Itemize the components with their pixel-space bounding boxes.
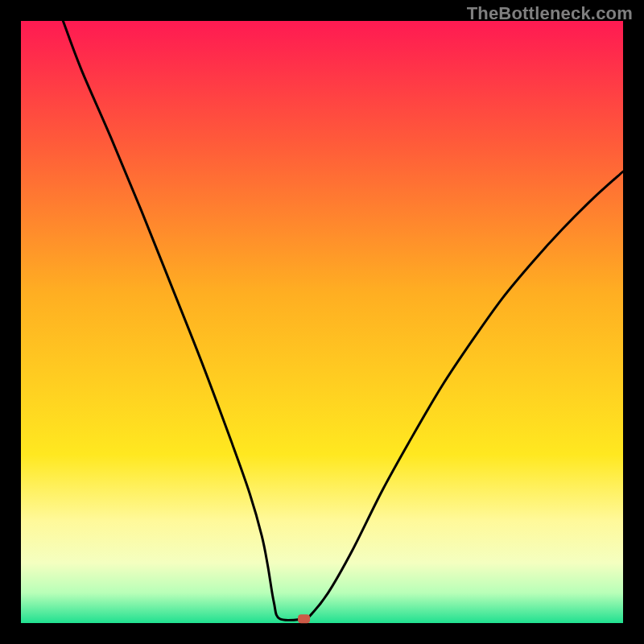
optimal-point-marker bbox=[298, 614, 310, 623]
bottleneck-chart bbox=[0, 0, 644, 644]
plot-background bbox=[21, 21, 623, 623]
watermark-text: TheBottleneck.com bbox=[467, 3, 633, 24]
chart-container: TheBottleneck.com bbox=[0, 0, 644, 644]
